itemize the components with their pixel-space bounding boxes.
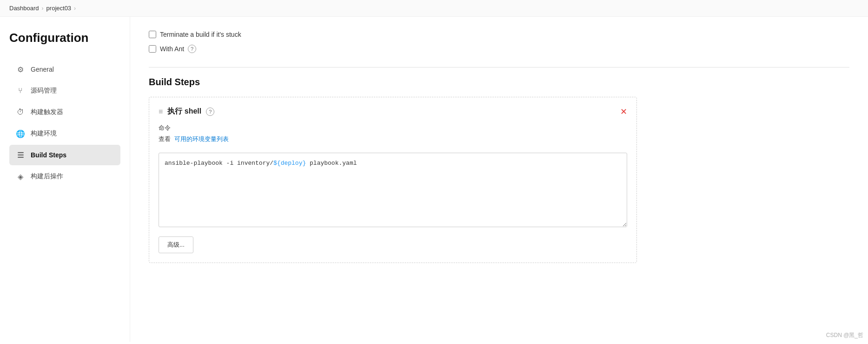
card-header-left: ≡ 执行 shell ? [159,107,214,116]
sidebar-label-trigger: 构建触发器 [31,108,63,116]
source-icon: ⑂ [16,86,25,95]
card-header: ≡ 执行 shell ? ✕ [159,107,627,116]
breadcrumb: Dashboard › project03 › [0,0,868,17]
sidebar-item-env[interactable]: 🌐 构建环境 [9,123,120,144]
breadcrumb-sep-2: › [74,5,76,12]
sidebar-label-build-steps: Build Steps [31,151,66,159]
build-steps-icon: ☰ [16,150,25,160]
build-steps-title: Build Steps [149,77,849,88]
terminate-build-label: Terminate a build if it's stuck [160,31,241,38]
layout: Configuration ⚙ General ⑂ 源码管理 ⏱ 构建触发器 🌐… [0,17,868,342]
main-content: Terminate a build if it's stuck With Ant… [130,17,868,342]
env-icon: 🌐 [16,129,25,138]
sidebar-item-source[interactable]: ⑂ 源码管理 [9,81,120,101]
sidebar-nav: ⚙ General ⑂ 源码管理 ⏱ 构建触发器 🌐 构建环境 ☰ Build … [9,59,120,187]
sidebar-item-post-build[interactable]: ◈ 构建后操作 [9,166,120,187]
checkbox-section: Terminate a build if it's stuck With Ant… [149,31,849,53]
checkbox-row-with-ant: With Ant ? [149,45,849,53]
build-step-card: ≡ 执行 shell ? ✕ 命令 查看 可用的环境变量列表 ansible-p… [149,97,637,263]
card-title: 执行 shell [167,107,201,116]
env-variables-link[interactable]: 可用的环境变量列表 [174,135,229,143]
with-ant-checkbox[interactable] [149,45,156,53]
breadcrumb-project[interactable]: project03 [46,5,71,12]
cmd-variable: ${deploy} [273,160,306,167]
trigger-icon: ⏱ [16,108,25,117]
post-build-icon: ◈ [16,172,25,181]
sidebar-item-trigger[interactable]: ⏱ 构建触发器 [9,102,120,122]
checkbox-row-terminate: Terminate a build if it's stuck [149,31,849,38]
sidebar-label-env: 构建环境 [31,129,57,138]
advanced-button[interactable]: 高级... [159,236,193,253]
env-link-prefix: 查看 [159,135,171,142]
gear-icon: ⚙ [16,65,25,74]
cmd-normal-2: playbook.yaml [306,160,357,167]
sidebar-title: Configuration [9,31,120,45]
cmd-normal-1: ansible-playbook -i inventory/ [165,160,273,167]
drag-handle-icon[interactable]: ≡ [159,108,163,116]
with-ant-label: With Ant [160,45,184,53]
sidebar-item-general[interactable]: ⚙ General [9,59,120,80]
command-code-area[interactable]: ansible-playbook -i inventory/${deploy} … [159,153,627,227]
command-label: 命令 [159,124,627,132]
env-link-row: 查看 可用的环境变量列表 [159,135,627,148]
sidebar-item-build-steps[interactable]: ☰ Build Steps [9,145,120,165]
close-step-button[interactable]: ✕ [620,108,627,116]
section-divider [149,67,849,67]
sidebar-label-post-build: 构建后操作 [31,172,63,181]
shell-help-icon[interactable]: ? [206,108,214,116]
sidebar-label-general: General [31,66,54,73]
watermark: CSDN @黑_哲 [826,331,863,339]
build-steps-section: Build Steps ≡ 执行 shell ? ✕ 命令 查看 [149,77,849,263]
breadcrumb-dashboard[interactable]: Dashboard [9,5,39,12]
breadcrumb-sep-1: › [42,5,44,12]
with-ant-help-icon[interactable]: ? [188,45,196,53]
sidebar: Configuration ⚙ General ⑂ 源码管理 ⏱ 构建触发器 🌐… [0,17,130,342]
sidebar-label-source: 源码管理 [31,87,57,95]
terminate-build-checkbox[interactable] [149,31,156,38]
